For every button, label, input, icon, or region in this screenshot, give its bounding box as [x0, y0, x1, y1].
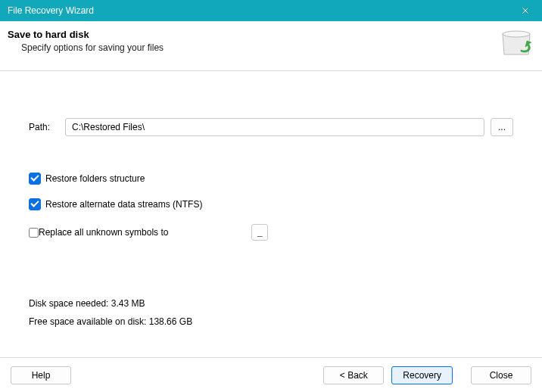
restore-folders-label[interactable]: Restore folders structure	[45, 173, 145, 184]
path-input[interactable]	[65, 118, 484, 136]
wizard-content: Path: ... Restore folders structure Rest…	[0, 71, 542, 327]
back-button[interactable]: < Back	[323, 366, 384, 384]
path-row: Path: ...	[29, 118, 513, 136]
replace-symbol-input[interactable]: _	[251, 224, 268, 241]
restore-alt-streams-label[interactable]: Restore alternate data streams (NTFS)	[45, 199, 202, 210]
svg-point-0	[503, 31, 530, 37]
space-needed-text: Disk space needed: 3.43 MB	[29, 298, 513, 309]
recovery-button[interactable]: Recovery	[391, 366, 453, 384]
disk-info: Disk space needed: 3.43 MB Free space av…	[29, 298, 513, 327]
help-button[interactable]: Help	[11, 366, 71, 384]
page-subtitle: Specify options for saving your files	[21, 42, 531, 53]
close-icon	[522, 7, 529, 14]
restore-alt-streams-row: Restore alternate data streams (NTFS)	[29, 198, 513, 210]
close-button[interactable]: Close	[471, 366, 531, 384]
path-label: Path:	[29, 122, 65, 132]
restore-folders-row: Restore folders structure	[29, 173, 513, 185]
browse-button[interactable]: ...	[491, 118, 513, 136]
restore-folders-checkbox[interactable]	[29, 173, 41, 185]
hard-disk-icon	[498, 26, 534, 62]
replace-symbols-checkbox[interactable]	[29, 228, 39, 238]
replace-symbols-row: Replace all unknown symbols to _	[29, 224, 513, 241]
free-space-text: Free space available on disk: 138.66 GB	[29, 316, 513, 327]
wizard-header: Save to hard disk Specify options for sa…	[0, 21, 542, 71]
titlebar: File Recovery Wizard	[0, 0, 542, 21]
replace-symbols-label[interactable]: Replace all unknown symbols to	[39, 227, 168, 238]
restore-alt-streams-checkbox[interactable]	[29, 198, 41, 210]
page-title: Save to hard disk	[8, 29, 531, 40]
wizard-footer: Help < Back Recovery Close	[0, 357, 542, 392]
window-close-button[interactable]	[509, 0, 542, 21]
window-title: File Recovery Wizard	[8, 5, 94, 16]
